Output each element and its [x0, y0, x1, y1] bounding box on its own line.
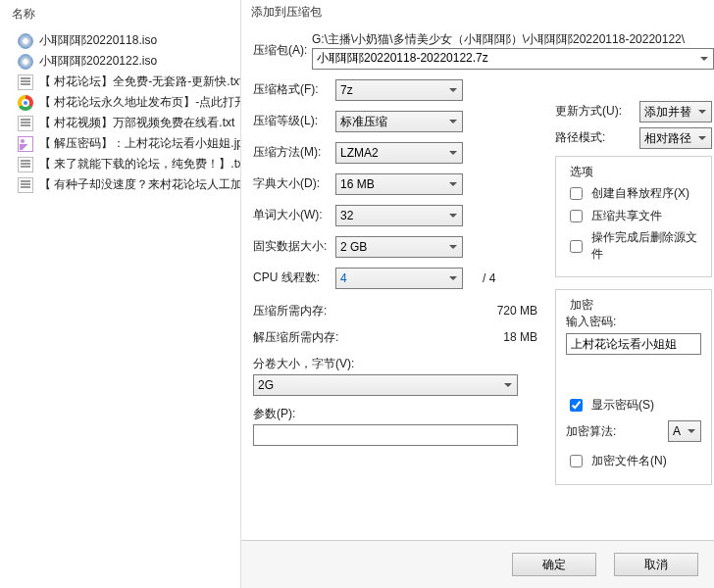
cancel-button[interactable]: 取消	[614, 553, 698, 576]
txt-icon	[18, 116, 33, 131]
opt-delete[interactable]: 操作完成后删除源文件	[566, 229, 701, 263]
param-label: 参数(P):	[253, 406, 537, 422]
jpg-icon	[18, 136, 33, 152]
file-list-panel: 名称 小耶耶耶20220118.iso小耶耶耶20220122.iso【 村花论…	[0, 0, 241, 588]
txt-icon	[18, 74, 33, 90]
file-row[interactable]: 【 有种子却没速度？来村花论坛人工加…	[0, 174, 240, 195]
level-select[interactable]: 标准压缩	[335, 111, 463, 132]
file-name: 【 来了就能下载的论坛，纯免费！】.txt	[39, 156, 240, 172]
file-name: 【 村花论坛】全免费-无套路-更新快.txt	[39, 74, 240, 90]
update-select[interactable]: 添加并替	[639, 101, 712, 122]
encrypt-names[interactable]: 加密文件名(N)	[566, 452, 701, 470]
file-row[interactable]: 小耶耶耶20220118.iso	[0, 30, 240, 51]
level-label: 压缩等级(L):	[253, 113, 335, 129]
file-name: 【 解压密码】：上村花论坛看小姐姐.jpg	[39, 135, 240, 152]
param-input[interactable]	[253, 424, 518, 446]
txt-icon	[18, 177, 33, 193]
txt-icon	[18, 157, 33, 172]
enc-method-select[interactable]: AE	[668, 420, 701, 442]
file-row[interactable]: 【 解压密码】：上村花论坛看小姐姐.jpg	[0, 133, 240, 154]
encryption-group: 加密 输入密码: 显示密码(S) 加密算法:AE 加密文件名(N)	[555, 289, 712, 485]
file-row[interactable]: 【 村花论坛】全免费-无套路-更新快.txt	[0, 72, 240, 92]
opt-share[interactable]: 压缩共享文件	[566, 207, 701, 225]
disc-icon	[18, 54, 33, 70]
archive-name-input[interactable]	[312, 48, 714, 70]
opt-sfx-checkbox[interactable]	[570, 187, 583, 200]
method-label: 压缩方法(M):	[253, 144, 335, 161]
split-label: 分卷大小，字节(V):	[253, 356, 537, 372]
enc-method-label: 加密算法:	[566, 423, 668, 440]
cpu-label: CPU 线程数:	[253, 270, 335, 286]
archive-directory: G:\主播\小奶猫\多情美少女（小耶耶耶）\小耶耶耶20220118-20220…	[312, 32, 714, 48]
show-password-checkbox[interactable]	[570, 399, 583, 412]
mem-compress-label: 压缩所需内存:	[253, 303, 469, 319]
disc-icon	[18, 33, 33, 49]
file-name: 【 有种子却没速度？来村花论坛人工加…	[39, 176, 240, 193]
word-select[interactable]: 32	[335, 205, 463, 226]
dialog-title: 添加到压缩包	[241, 0, 714, 24]
file-name: 【 村花视频】万部视频免费在线看.txt	[39, 115, 234, 131]
chrome-icon	[18, 95, 33, 111]
column-header-name[interactable]: 名称	[0, 0, 240, 30]
file-row[interactable]: 【 来了就能下载的论坛，纯免费！】.txt	[0, 154, 240, 174]
mem-compress-value: 720 MB	[469, 304, 537, 318]
opt-delete-checkbox[interactable]	[570, 240, 583, 253]
password-label: 输入密码:	[566, 314, 701, 330]
solid-select[interactable]: 2 GB	[335, 236, 463, 258]
file-name: 【 村花论坛永久地址发布页】-点此打开	[39, 94, 240, 111]
options-legend: 选项	[566, 164, 597, 180]
dialog-buttons: 确定 取消	[241, 540, 714, 588]
word-label: 单词大小(W):	[253, 207, 335, 223]
solid-label: 固实数据大小:	[253, 238, 335, 255]
add-to-archive-dialog: 添加到压缩包 压缩包(A): G:\主播\小奶猫\多情美少女（小耶耶耶）\小耶耶…	[241, 0, 714, 588]
mem-decompress-value: 18 MB	[469, 330, 537, 344]
password-input[interactable]	[566, 333, 701, 355]
dict-label: 字典大小(D):	[253, 175, 335, 192]
show-password[interactable]: 显示密码(S)	[566, 396, 701, 415]
cpu-select[interactable]: 4	[335, 268, 463, 289]
file-row[interactable]: 【 村花论坛永久地址发布页】-点此打开	[0, 92, 240, 113]
file-name: 小耶耶耶20220122.iso	[39, 53, 157, 70]
opt-share-checkbox[interactable]	[570, 210, 583, 222]
file-row[interactable]: 【 村花视频】万部视频免费在线看.txt	[0, 113, 240, 133]
update-label: 更新方式(U):	[555, 103, 630, 120]
pathmode-select[interactable]: 相对路径	[639, 127, 712, 149]
file-list: 小耶耶耶20220118.iso小耶耶耶20220122.iso【 村花论坛】全…	[0, 30, 240, 195]
pathmode-label: 路径模式:	[555, 129, 630, 146]
options-group: 选项 创建自释放程序(X) 压缩共享文件 操作完成后删除源文件	[555, 156, 712, 277]
split-select[interactable]: 2G	[253, 374, 518, 396]
window: 名称 小耶耶耶20220118.iso小耶耶耶20220122.iso【 村花论…	[0, 0, 714, 588]
file-row[interactable]: 小耶耶耶20220122.iso	[0, 51, 240, 72]
ok-button[interactable]: 确定	[512, 553, 596, 576]
opt-sfx[interactable]: 创建自释放程序(X)	[566, 184, 701, 203]
dict-select[interactable]: 16 MB	[335, 173, 463, 195]
method-select[interactable]: LZMA2	[335, 142, 463, 164]
encryption-legend: 加密	[566, 297, 597, 314]
format-select[interactable]: 7z	[335, 79, 463, 101]
cpu-max: / 4	[483, 271, 495, 285]
file-name: 小耶耶耶20220118.iso	[39, 32, 157, 49]
archive-label: 压缩包(A):	[253, 42, 312, 59]
format-label: 压缩格式(F):	[253, 81, 335, 98]
encrypt-names-checkbox[interactable]	[570, 455, 583, 467]
mem-decompress-label: 解压缩所需内存:	[253, 329, 469, 346]
